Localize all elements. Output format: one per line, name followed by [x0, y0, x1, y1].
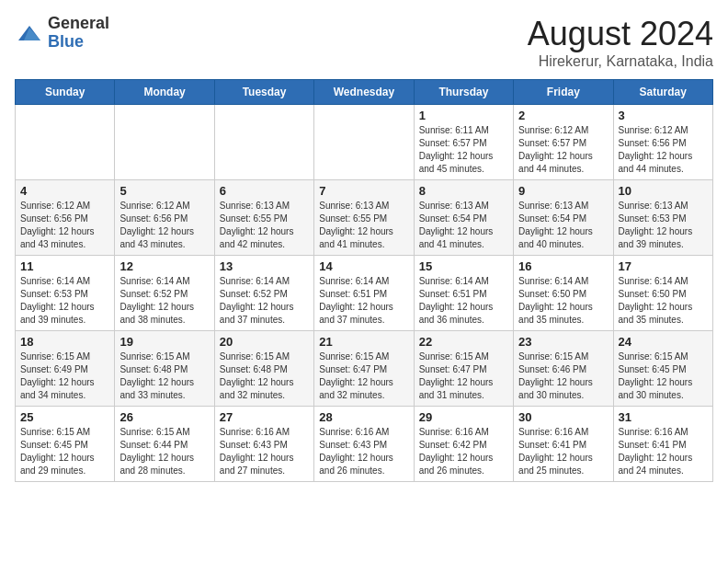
- weekday-header-sunday: Sunday: [16, 80, 115, 105]
- day-number: 22: [419, 335, 508, 349]
- day-detail: Sunrise: 6:15 AMSunset: 6:47 PMDaylight:…: [319, 350, 408, 402]
- calendar-day-28: 28Sunrise: 6:16 AMSunset: 6:43 PMDayligh…: [314, 407, 414, 482]
- calendar-header: SundayMondayTuesdayWednesdayThursdayFrid…: [16, 80, 713, 105]
- calendar-day-3: 3Sunrise: 6:12 AMSunset: 6:56 PMDaylight…: [613, 105, 712, 180]
- day-number: 9: [518, 184, 608, 198]
- weekday-header-row: SundayMondayTuesdayWednesdayThursdayFrid…: [16, 80, 713, 105]
- day-detail: Sunrise: 6:14 AMSunset: 6:52 PMDaylight:…: [220, 275, 309, 327]
- day-detail: Sunrise: 6:15 AMSunset: 6:45 PMDaylight:…: [619, 350, 708, 402]
- day-detail: Sunrise: 6:15 AMSunset: 6:49 PMDaylight:…: [20, 350, 109, 402]
- calendar-day-17: 17Sunrise: 6:14 AMSunset: 6:50 PMDayligh…: [613, 256, 712, 331]
- calendar-day-13: 13Sunrise: 6:14 AMSunset: 6:52 PMDayligh…: [214, 256, 313, 331]
- day-detail: Sunrise: 6:15 AMSunset: 6:47 PMDaylight:…: [419, 350, 508, 402]
- day-number: 19: [119, 335, 209, 349]
- day-detail: Sunrise: 6:15 AMSunset: 6:45 PMDaylight:…: [20, 426, 109, 477]
- calendar-day-16: 16Sunrise: 6:14 AMSunset: 6:50 PMDayligh…: [514, 256, 613, 331]
- calendar-day-14: 14Sunrise: 6:14 AMSunset: 6:51 PMDayligh…: [314, 256, 414, 331]
- day-number: 5: [119, 184, 209, 198]
- calendar-day-11: 11Sunrise: 6:14 AMSunset: 6:53 PMDayligh…: [16, 256, 115, 331]
- day-detail: Sunrise: 6:14 AMSunset: 6:51 PMDaylight:…: [319, 275, 408, 327]
- calendar-day-20: 20Sunrise: 6:15 AMSunset: 6:48 PMDayligh…: [214, 331, 313, 407]
- day-detail: Sunrise: 6:15 AMSunset: 6:48 PMDaylight:…: [220, 350, 309, 402]
- calendar-day-8: 8Sunrise: 6:13 AMSunset: 6:54 PMDaylight…: [414, 180, 513, 256]
- calendar-day-5: 5Sunrise: 6:12 AMSunset: 6:56 PMDaylight…: [115, 180, 214, 256]
- weekday-header-saturday: Saturday: [613, 80, 712, 105]
- calendar-week-2: 4Sunrise: 6:12 AMSunset: 6:56 PMDaylight…: [16, 180, 713, 256]
- day-detail: Sunrise: 6:14 AMSunset: 6:52 PMDaylight:…: [119, 275, 209, 327]
- day-number: 16: [518, 259, 608, 273]
- calendar-day-15: 15Sunrise: 6:14 AMSunset: 6:51 PMDayligh…: [414, 256, 513, 331]
- calendar-empty: [314, 105, 414, 180]
- day-detail: Sunrise: 6:14 AMSunset: 6:50 PMDaylight:…: [619, 275, 708, 327]
- calendar-table: SundayMondayTuesdayWednesdayThursdayFrid…: [15, 79, 713, 482]
- calendar-day-10: 10Sunrise: 6:13 AMSunset: 6:53 PMDayligh…: [613, 180, 712, 256]
- day-detail: Sunrise: 6:16 AMSunset: 6:43 PMDaylight:…: [319, 426, 408, 477]
- calendar-day-26: 26Sunrise: 6:15 AMSunset: 6:44 PMDayligh…: [115, 407, 214, 482]
- day-number: 20: [220, 335, 309, 349]
- calendar-day-7: 7Sunrise: 6:13 AMSunset: 6:55 PMDaylight…: [314, 180, 414, 256]
- day-number: 1: [419, 109, 508, 122]
- day-detail: Sunrise: 6:14 AMSunset: 6:50 PMDaylight:…: [518, 275, 608, 327]
- logo: General Blue: [15, 15, 109, 52]
- calendar-week-3: 11Sunrise: 6:14 AMSunset: 6:53 PMDayligh…: [16, 256, 713, 331]
- calendar-week-1: 1Sunrise: 6:11 AMSunset: 6:57 PMDaylight…: [16, 105, 713, 180]
- day-detail: Sunrise: 6:13 AMSunset: 6:55 PMDaylight:…: [220, 200, 309, 251]
- day-detail: Sunrise: 6:15 AMSunset: 6:48 PMDaylight:…: [119, 350, 209, 402]
- logo-blue: Blue: [48, 33, 109, 52]
- day-detail: Sunrise: 6:13 AMSunset: 6:53 PMDaylight:…: [619, 200, 708, 251]
- calendar-day-27: 27Sunrise: 6:16 AMSunset: 6:43 PMDayligh…: [214, 407, 313, 482]
- day-number: 24: [619, 335, 708, 349]
- day-number: 13: [220, 259, 309, 273]
- calendar-empty: [115, 105, 214, 180]
- calendar-day-24: 24Sunrise: 6:15 AMSunset: 6:45 PMDayligh…: [613, 331, 712, 407]
- day-number: 26: [119, 410, 209, 424]
- calendar-day-21: 21Sunrise: 6:15 AMSunset: 6:47 PMDayligh…: [314, 331, 414, 407]
- calendar-day-4: 4Sunrise: 6:12 AMSunset: 6:56 PMDaylight…: [16, 180, 115, 256]
- day-number: 10: [619, 184, 708, 198]
- calendar-day-12: 12Sunrise: 6:14 AMSunset: 6:52 PMDayligh…: [115, 256, 214, 331]
- calendar-week-4: 18Sunrise: 6:15 AMSunset: 6:49 PMDayligh…: [16, 331, 713, 407]
- day-number: 18: [20, 335, 109, 349]
- day-number: 6: [220, 184, 309, 198]
- day-detail: Sunrise: 6:13 AMSunset: 6:55 PMDaylight:…: [319, 200, 408, 251]
- day-detail: Sunrise: 6:14 AMSunset: 6:51 PMDaylight:…: [419, 275, 508, 327]
- day-detail: Sunrise: 6:16 AMSunset: 6:41 PMDaylight:…: [619, 426, 708, 477]
- day-number: 14: [319, 259, 408, 273]
- day-detail: Sunrise: 6:11 AMSunset: 6:57 PMDaylight:…: [419, 124, 508, 176]
- day-number: 7: [319, 184, 408, 198]
- day-number: 4: [20, 184, 109, 198]
- weekday-header-friday: Friday: [514, 80, 613, 105]
- day-number: 8: [419, 184, 508, 198]
- day-detail: Sunrise: 6:16 AMSunset: 6:41 PMDaylight:…: [518, 426, 608, 477]
- day-detail: Sunrise: 6:12 AMSunset: 6:56 PMDaylight:…: [20, 200, 109, 251]
- day-number: 25: [20, 410, 109, 424]
- calendar-day-30: 30Sunrise: 6:16 AMSunset: 6:41 PMDayligh…: [514, 407, 613, 482]
- main-title: August 2024: [528, 15, 713, 53]
- calendar-week-5: 25Sunrise: 6:15 AMSunset: 6:45 PMDayligh…: [16, 407, 713, 482]
- calendar-empty: [16, 105, 115, 180]
- calendar-day-31: 31Sunrise: 6:16 AMSunset: 6:41 PMDayligh…: [613, 407, 712, 482]
- calendar-day-1: 1Sunrise: 6:11 AMSunset: 6:57 PMDaylight…: [414, 105, 513, 180]
- day-number: 23: [518, 335, 608, 349]
- logo-icon: [15, 18, 44, 48]
- calendar-body: 1Sunrise: 6:11 AMSunset: 6:57 PMDaylight…: [16, 105, 713, 482]
- day-number: 30: [518, 410, 608, 424]
- subtitle: Hirekerur, Karnataka, India: [528, 53, 713, 70]
- day-detail: Sunrise: 6:15 AMSunset: 6:46 PMDaylight:…: [518, 350, 608, 402]
- day-detail: Sunrise: 6:15 AMSunset: 6:44 PMDaylight:…: [119, 426, 209, 477]
- day-number: 28: [319, 410, 408, 424]
- weekday-header-wednesday: Wednesday: [314, 80, 414, 105]
- day-detail: Sunrise: 6:16 AMSunset: 6:42 PMDaylight:…: [419, 426, 508, 477]
- day-detail: Sunrise: 6:13 AMSunset: 6:54 PMDaylight:…: [419, 200, 508, 251]
- calendar-day-2: 2Sunrise: 6:12 AMSunset: 6:57 PMDaylight…: [514, 105, 613, 180]
- day-detail: Sunrise: 6:12 AMSunset: 6:56 PMDaylight:…: [119, 200, 209, 251]
- day-number: 21: [319, 335, 408, 349]
- day-number: 11: [20, 259, 109, 273]
- calendar-day-29: 29Sunrise: 6:16 AMSunset: 6:42 PMDayligh…: [414, 407, 513, 482]
- day-number: 31: [619, 410, 708, 424]
- day-number: 2: [518, 109, 608, 122]
- calendar-day-6: 6Sunrise: 6:13 AMSunset: 6:55 PMDaylight…: [214, 180, 313, 256]
- weekday-header-thursday: Thursday: [414, 80, 513, 105]
- day-number: 12: [119, 259, 209, 273]
- calendar-day-23: 23Sunrise: 6:15 AMSunset: 6:46 PMDayligh…: [514, 331, 613, 407]
